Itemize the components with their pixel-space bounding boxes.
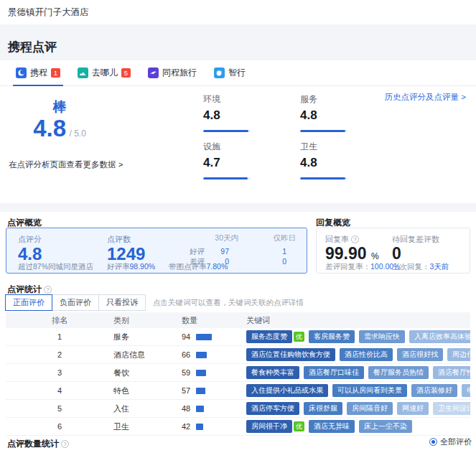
col-header-30d: 30天内	[199, 233, 238, 243]
ctrip-icon	[16, 67, 27, 78]
metric-label: 设施	[203, 141, 304, 153]
row-keywords: 房间很干净优酒店无异味床上一尘不染	[246, 420, 470, 433]
hotel-name: 景德镇开门子大酒店	[8, 6, 89, 19]
radio-all-reviews[interactable]: 全部评价	[429, 436, 472, 447]
keyword-chip[interactable]: 酒店位置佳购物饮食方便	[246, 348, 335, 361]
table-row: 2酒店信息66酒店位置佳购物饮食方便酒店性价比高酒店很好找周边什么都有交通方便	[6, 346, 470, 364]
tab-badge: 1	[51, 68, 60, 78]
table-row: 3餐饮59餐食种类丰富酒店餐厅口味佳餐厅服务员热情酒店餐厅性价比高餐食有当地特色	[6, 364, 470, 382]
table-row: 6卫生42房间很干净优酒店无异味床上一尘不染	[6, 418, 470, 436]
keyword-chip[interactable]: 餐食种类丰富	[246, 366, 299, 379]
metric-label: 环境	[203, 93, 304, 106]
top-bar: 景德镇开门子大酒店	[0, 0, 476, 24]
last-reply: 上次回复：3天前	[392, 262, 449, 272]
keyword-chip[interactable]: 酒店停车方便	[246, 402, 299, 415]
reply-rate-label: 回复率?	[325, 234, 359, 245]
page-title: 携程点评	[8, 39, 57, 55]
metric-bar	[203, 130, 251, 132]
score-value: 4.8	[33, 115, 66, 141]
stats-tab-negative[interactable]: 负面评价	[52, 294, 99, 311]
count-bar	[196, 388, 205, 394]
info-icon[interactable]: ?	[44, 286, 52, 294]
pending-label: 待回复差评数	[392, 234, 439, 245]
keyword-chip[interactable]: 餐厅服务员热情	[368, 366, 429, 379]
header-count: 数量	[182, 315, 246, 326]
tab-label: 智行	[228, 67, 246, 79]
metric-label: 卫生	[300, 141, 401, 153]
info-icon[interactable]: ?	[61, 440, 69, 448]
review-filter-radios: 全部评价 好评	[429, 436, 476, 447]
row-rank: 1	[6, 332, 113, 341]
channel-tabbar: 携程 1 去哪儿 5 同程旅行 智行	[0, 60, 476, 86]
keyword-chip[interactable]: 酒店装修好	[411, 384, 457, 397]
stats-tab-complaints[interactable]: 只看投诉	[98, 294, 146, 311]
table-row: 5入住48酒店停车方便床很舒服房间隔音好网速好卫生间设计合理	[6, 400, 470, 418]
row-rank: 2	[6, 350, 113, 359]
keyword-chip[interactable]: 网速好	[397, 402, 429, 415]
metric-hygiene: 卫生 4.8	[300, 141, 401, 179]
row-rank: 3	[6, 368, 113, 377]
review-count: 1249	[107, 244, 145, 264]
info-icon[interactable]: ?	[351, 235, 359, 243]
stats-table-body: 1服务94服务态度赞优客房服务赞需求响应快入离店效率高体验好接送性价比高2酒店信…	[6, 328, 470, 436]
row-category: 服务	[113, 332, 182, 342]
tab-tongcheng[interactable]: 同程旅行	[146, 60, 198, 85]
row-count: 94	[182, 332, 246, 341]
keyword-chip[interactable]: 服务态度赞	[246, 330, 292, 343]
keyword-chip[interactable]: 入住提供小礼品或水果	[246, 384, 328, 397]
row-count: 66	[182, 350, 246, 359]
pending-count: 0	[392, 244, 401, 263]
stats-table-header: 排名 类别 数量 关键词	[6, 312, 470, 328]
keyword-chip[interactable]: 酒店餐厅口味佳	[304, 366, 364, 379]
row-category: 酒店信息	[113, 350, 182, 360]
score-note: 超过87%同城同星酒店	[18, 262, 93, 272]
stats-hint: 点击关键词可以查看，关键词关联的点评详情	[153, 298, 304, 308]
row-keywords: 餐食种类丰富酒店餐厅口味佳餐厅服务员热情酒店餐厅性价比高餐食有当地特色	[246, 366, 470, 379]
col-header-1d: 仅昨日	[256, 233, 296, 243]
keyword-chip[interactable]: 需求响应快	[359, 330, 405, 343]
keyword-chip[interactable]: 卫生间设计合理	[433, 402, 470, 415]
keyword-chip[interactable]: 床上一尘不染	[359, 420, 412, 433]
row-count: 57	[182, 386, 246, 395]
more-data-link[interactable]: 在点评分析页面查看更多数据 >	[9, 159, 123, 170]
count-stats-title: 点评数量统计?	[7, 438, 69, 450]
excellent-badge: 优	[294, 421, 304, 431]
row-category: 入住	[113, 403, 182, 414]
review-overview-box: 点评分 4.8 超过87%同城同星酒店 点评数 1249 好评率98.90% 带…	[6, 228, 307, 274]
keyword-chip[interactable]: 周边什么都有	[447, 348, 470, 361]
excellent-badge: 优	[294, 332, 304, 342]
positive-1d: 1	[247, 247, 286, 256]
keyword-chip[interactable]: 床很舒服	[304, 402, 342, 415]
metric-label: 服务	[300, 93, 401, 106]
keyword-chip[interactable]: 房间隔音好	[347, 402, 393, 415]
row-category: 餐饮	[113, 368, 182, 378]
count-bar	[196, 406, 204, 412]
tab-label: 携程	[30, 67, 47, 79]
keyword-chip[interactable]: 酒店无异味	[309, 420, 355, 433]
tab-qunar[interactable]: 去哪儿 5	[76, 60, 132, 85]
stats-tabbar: 正面评价 负面评价 只看投诉 点击关键词可以查看，关键词关联的点评详情	[6, 294, 304, 311]
overview-stats-card: 点评概览 回复概览 点评分 4.8 超过87%同城同星酒店 点评数 1249 好…	[0, 212, 476, 453]
keyword-chip[interactable]: 酒店很好找	[397, 348, 443, 361]
stats-table: 排名 类别 数量 关键词 1服务94服务态度赞优客房服务赞需求响应快入离店效率高…	[6, 312, 470, 436]
row-rank: 6	[6, 422, 113, 431]
tab-zhixing[interactable]: 智行	[213, 60, 247, 85]
count-bar	[196, 352, 207, 358]
keyword-chip[interactable]: 入离店效率高体验好	[409, 330, 470, 343]
metric-environment: 环境 4.8	[203, 93, 304, 132]
keyword-chip[interactable]: 电梯使用体验佳	[462, 384, 470, 397]
keyword-chip[interactable]: 可以从房间看到美景	[332, 384, 407, 397]
row-rank: 5	[6, 404, 113, 413]
bad-reply-rate: 差评回复率：100.00%	[325, 262, 400, 272]
keyword-chip[interactable]: 房间很干净	[246, 420, 292, 433]
tab-badge: 5	[121, 68, 131, 78]
keyword-chip[interactable]: 客房服务赞	[309, 330, 355, 343]
stats-tab-positive[interactable]: 正面评价	[5, 294, 52, 311]
reply-overview-box: 回复率? 99.90 % 差评回复率：100.00% 待回复差评数 0 上次回复…	[316, 228, 470, 274]
count-bar	[196, 424, 203, 430]
metric-value: 4.8	[300, 108, 401, 123]
zhixing-icon	[214, 67, 225, 78]
keyword-chip[interactable]: 酒店餐厅性价比高	[433, 366, 470, 379]
tab-ctrip[interactable]: 携程 1	[14, 60, 62, 85]
keyword-chip[interactable]: 酒店性价比高	[340, 348, 393, 361]
